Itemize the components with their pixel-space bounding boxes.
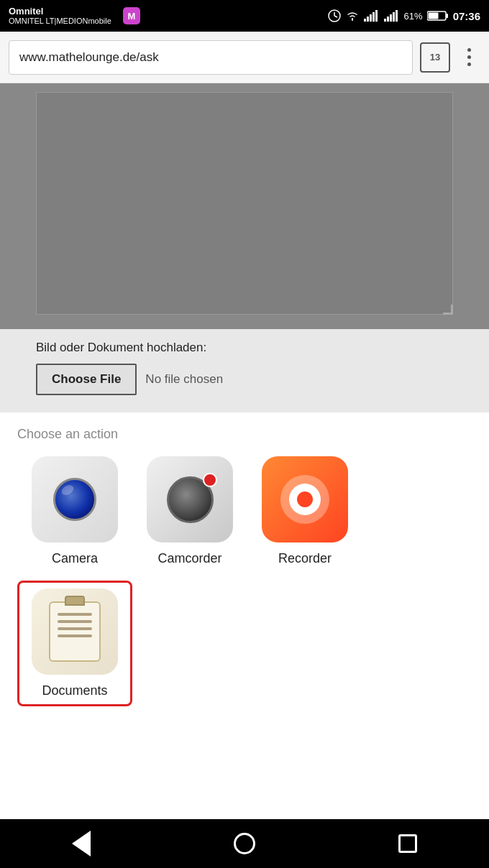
upload-section: Bild oder Dokument hochladen: Choose Fil… [0,329,489,412]
recorder-icon-wrap [262,456,348,542]
action-items-row1: Camera Camcorder Recorder [0,456,489,566]
home-icon [234,833,255,854]
url-bar[interactable]: www.mathelounge.de/ask [9,40,413,75]
nav-back-button[interactable] [60,829,103,858]
svg-rect-14 [446,14,448,18]
clipboard-top [65,596,85,606]
svg-rect-6 [373,12,375,22]
app-icon: M [123,7,140,24]
carrier-name: Omnitel [9,6,111,17]
battery-icon [427,11,449,21]
file-input-row: Choose File No file chosen [36,364,453,395]
clipboard-line1 [58,613,92,616]
documents-label: Documents [42,683,107,698]
wifi-icon [345,10,360,22]
svg-line-2 [334,16,337,17]
web-content [0,83,489,329]
recorder-label: Recorder [278,551,332,566]
action-sheet: Choose an action Camera Camcorder [0,412,489,706]
nav-home-button[interactable] [223,829,266,858]
browser-menu-button[interactable] [457,42,480,73]
camera-icon-wrap [32,456,118,542]
upload-label: Bild oder Dokument hochladen: [36,341,453,355]
menu-dot [467,63,471,66]
recents-icon [398,834,417,853]
recorder-dot [297,491,313,507]
clipboard-body [49,601,101,662]
camcorder-icon-wrap [147,456,233,542]
resize-handle [443,305,453,315]
choose-file-button[interactable]: Choose File [36,364,137,395]
action-item-documents[interactable]: Documents [17,581,132,706]
clock-icon [328,9,341,22]
action-items-row2: Documents [0,581,489,706]
recorder-outer [280,475,329,524]
svg-rect-12 [396,10,398,22]
svg-rect-7 [375,10,378,22]
documents-icon-wrap [32,588,118,675]
carrier-sub: OMNITEL LT|MEDIONmobile [9,17,111,26]
signal-icon [364,10,380,22]
action-item-camcorder[interactable]: Camcorder [132,456,247,566]
time-display: 07:36 [453,10,480,22]
recorder-inner [289,484,321,515]
battery-percent: 61% [404,11,423,22]
carrier-info: Omnitel OMNITEL LT|MEDIONmobile [9,6,111,27]
clipboard-line2 [58,620,92,623]
camera-label: Camera [52,551,98,566]
svg-rect-10 [390,14,392,22]
back-icon [72,831,91,857]
no-file-text: No file chosen [145,372,223,387]
signal-icon2 [384,10,400,22]
action-item-recorder[interactable]: Recorder [247,456,362,566]
camera-lens [53,478,96,521]
menu-dot [467,55,471,59]
camcorder-red-dot [203,473,217,487]
svg-rect-4 [367,17,369,22]
clipboard-line4 [58,634,92,637]
menu-dot [467,48,471,52]
svg-rect-3 [364,19,366,22]
web-textarea[interactable] [36,92,453,315]
action-sheet-title: Choose an action [0,427,489,456]
nav-recents-button[interactable] [386,829,429,858]
url-text: www.mathelounge.de/ask [19,50,159,65]
browser-bar: www.mathelounge.de/ask 13 [0,32,489,83]
camcorder-label: Camcorder [157,551,221,566]
svg-rect-5 [370,14,372,22]
svg-rect-11 [393,12,395,22]
svg-rect-9 [387,17,389,22]
svg-rect-15 [428,13,438,19]
nav-bar [0,819,489,868]
svg-rect-8 [384,19,386,22]
clipboard-line3 [58,627,92,630]
action-item-camera[interactable]: Camera [17,456,132,566]
status-bar: Omnitel OMNITEL LT|MEDIONmobile M [0,0,489,32]
camcorder-lens [167,476,214,523]
tab-button[interactable]: 13 [420,42,450,73]
tab-count: 13 [430,52,440,63]
status-right: 61% 07:36 [328,9,480,22]
